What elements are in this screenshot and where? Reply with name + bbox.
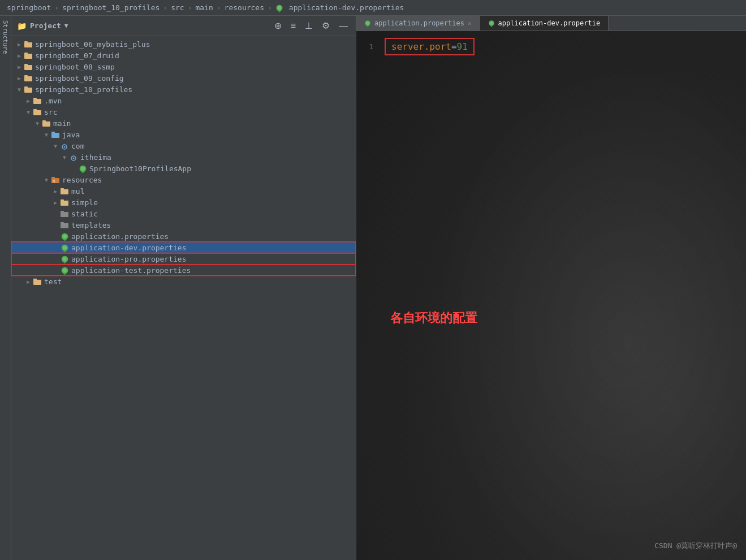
tree-item-src[interactable]: src — [11, 106, 356, 118]
editor-content[interactable]: 1 server.port=91 — [356, 31, 746, 560]
tree-icon-test — [33, 277, 42, 286]
tree-arrow-main[interactable] — [33, 120, 42, 127]
tree-item-com[interactable]: com — [11, 140, 356, 151]
tree-label-static: static — [71, 210, 356, 218]
breadcrumb-item-resources[interactable]: resources — [225, 3, 264, 12]
tree-arrow-springboot_06[interactable] — [15, 41, 24, 47]
scroll-to-button[interactable]: ≡ — [288, 20, 298, 32]
tree-item-simple[interactable]: simple — [11, 197, 356, 208]
tree-arrow-mvn[interactable] — [24, 98, 33, 104]
tree-item-test[interactable]: test — [11, 276, 356, 287]
tree-item-templates[interactable]: templates — [11, 219, 356, 231]
tree-label-com: com — [71, 142, 356, 150]
tree-item-application.properties[interactable]: application.properties — [11, 231, 356, 242]
tree-label-application-test.properties: application-test.properties — [71, 266, 356, 275]
tree-item-main[interactable]: main — [11, 118, 356, 129]
tree-label-itheima: itheima — [80, 153, 356, 162]
breadcrumb-sep-4: › — [217, 3, 221, 12]
tree-arrow-test[interactable] — [24, 279, 33, 285]
tree-item-application-test.properties[interactable]: application-test.properties — [11, 264, 356, 276]
tree-arrow-simple[interactable] — [51, 199, 60, 206]
tree-arrow-java[interactable] — [42, 132, 51, 138]
tree-label-mvn: .mvn — [44, 97, 356, 105]
tree-item-static[interactable]: static — [11, 208, 356, 219]
tabs-bar: application.properties ✕ application-dev… — [356, 16, 746, 31]
svg-rect-2 — [24, 54, 32, 59]
tree-item-springboot_07[interactable]: springboot_07_druid — [11, 50, 356, 61]
tree-item-springboot_09[interactable]: springboot_09_config — [11, 72, 356, 84]
tab2-label: application-dev.propertie — [498, 19, 601, 27]
tree-item-resources[interactable]: Rresources — [11, 174, 356, 185]
tree-icon-itheima — [69, 153, 78, 162]
tree-item-springboot_10[interactable]: springboot_10_profiles — [11, 84, 356, 95]
svg-rect-34 — [33, 279, 37, 280]
tree-icon-simple — [60, 198, 69, 207]
code-equals: = — [451, 41, 457, 52]
svg-rect-26 — [61, 188, 64, 190]
sidebar-tree[interactable]: springboot_06_mybatis_plusspringboot_07_… — [11, 36, 356, 560]
breadcrumb-sep-3: › — [188, 3, 192, 12]
svg-point-19 — [64, 146, 66, 148]
structure-tab[interactable]: Structure — [0, 16, 11, 560]
code-highlight-box: server.port=91 — [385, 38, 475, 55]
tree-arrow-springboot_09[interactable] — [15, 75, 24, 81]
tree-item-mul[interactable]: mul — [11, 185, 356, 197]
breadcrumb-item-src[interactable]: src — [171, 3, 184, 12]
tree-icon-springboot_09 — [24, 73, 33, 83]
breadcrumb-sep-2: › — [163, 3, 167, 12]
add-button[interactable]: ⊕ — [272, 19, 284, 32]
tree-label-springboot_07: springboot_07_druid — [35, 51, 356, 60]
breadcrumb-item-file[interactable]: application-dev.properties — [289, 3, 404, 12]
breadcrumb-item-springboot[interactable]: springboot — [7, 3, 51, 12]
tree-arrow-mul[interactable] — [51, 188, 60, 194]
tree-arrow-springboot_08[interactable] — [15, 64, 24, 70]
tree-arrow-resources[interactable] — [42, 177, 51, 183]
tab-application-dev-properties[interactable]: application-dev.propertie — [480, 16, 609, 31]
dropdown-arrow-icon[interactable]: ▼ — [64, 22, 68, 29]
svg-rect-28 — [61, 199, 64, 201]
tree-arrow-com[interactable] — [51, 143, 60, 149]
tree-label-application-pro.properties: application-pro.properties — [71, 255, 356, 263]
svg-rect-29 — [61, 212, 68, 217]
tree-icon-springboot10app — [78, 164, 87, 173]
breadcrumb-item-main[interactable]: main — [195, 3, 213, 12]
tree-icon-application-dev.properties — [60, 243, 69, 252]
breadcrumb-sep-1: › — [54, 3, 59, 12]
tab1-close-button[interactable]: ✕ — [468, 20, 472, 27]
tree-item-itheima[interactable]: itheima — [11, 151, 356, 163]
line-number-1: 1 — [356, 42, 385, 51]
tree-item-java[interactable]: java — [11, 129, 356, 140]
tree-arrow-springboot_07[interactable] — [15, 53, 24, 59]
tab-application-properties[interactable]: application.properties ✕ — [356, 16, 480, 31]
tree-icon-main — [42, 119, 51, 128]
tree-icon-src — [33, 107, 42, 116]
tree-icon-templates — [60, 220, 69, 229]
tree-arrow-src[interactable] — [24, 109, 33, 115]
svg-rect-0 — [24, 42, 32, 47]
tree-label-resources: resources — [62, 176, 356, 184]
tree-item-springboot_08[interactable]: springboot_08_ssmp — [11, 61, 356, 72]
tree-label-springboot_08: springboot_08_ssmp — [35, 63, 356, 71]
tree-label-application.properties: application.properties — [71, 232, 356, 241]
svg-rect-12 — [33, 110, 41, 115]
tree-label-simple: simple — [71, 198, 356, 207]
tree-item-springboot_06[interactable]: springboot_06_mybatis_plus — [11, 38, 356, 50]
tree-arrow-springboot_10[interactable] — [15, 86, 24, 93]
tree-item-application-dev.properties[interactable]: application-dev.properties — [11, 242, 356, 253]
svg-rect-25 — [61, 189, 68, 194]
watermark: CSDN @莫听穿林打叶声@ — [654, 541, 737, 551]
code-line-1: 1 server.port=91 — [356, 37, 746, 57]
tree-icon-application-test.properties — [60, 266, 69, 275]
breadcrumb-item-profiles[interactable]: springboot_10_profiles — [62, 3, 159, 12]
tree-item-mvn[interactable]: .mvn — [11, 95, 356, 106]
minimize-button[interactable]: — — [337, 20, 350, 32]
collapse-button[interactable]: ⊥ — [303, 19, 315, 32]
sidebar: 📁 Project ▼ ⊕ ≡ ⊥ ⚙ — springboot_06_myba… — [11, 16, 356, 560]
tree-item-application-pro.properties[interactable]: application-pro.properties — [11, 253, 356, 264]
tree-item-springboot10app[interactable]: Springboot10ProfilesApp — [11, 163, 356, 174]
breadcrumb-sep-5: › — [268, 3, 272, 12]
tree-icon-application.properties — [60, 232, 69, 241]
tree-arrow-itheima[interactable] — [60, 154, 69, 160]
sidebar-title: 📁 Project ▼ — [17, 21, 68, 31]
settings-button[interactable]: ⚙ — [320, 19, 332, 32]
